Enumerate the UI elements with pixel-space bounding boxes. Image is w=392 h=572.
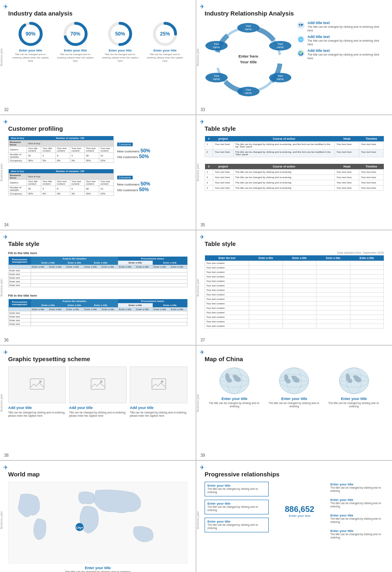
- td-howtobuy-1: How to buy: [27, 141, 114, 147]
- add-title-desc-2: The title can be changed by clicking and…: [307, 39, 384, 46]
- svg-text:Your: Your: [214, 42, 219, 45]
- th-enter-c-1: Enter a title: [83, 261, 118, 265]
- table-35-2: # project Course of action Head Timeline…: [205, 164, 384, 191]
- table-row: Your text content: [205, 320, 384, 324]
- prog-item-desc-2: The title can be changed by clicking and…: [207, 505, 266, 512]
- td-35-r1-action: The title can be changed by clicking and…: [234, 142, 335, 150]
- td-ns-3: 8: [56, 153, 70, 159]
- svg-text:name: name: [213, 78, 220, 80]
- side-label-32: Business plan: [0, 48, 3, 66]
- td-opt-6: Your text content: [99, 147, 114, 153]
- td-35-r1-timeline: Your text here: [359, 142, 384, 150]
- circles-row: 90% Enter your title Title can be change…: [8, 21, 187, 63]
- td-enter-text-2: Enter text: [9, 273, 31, 276]
- th-35b-action: Course of action: [234, 164, 335, 170]
- prog-item-title-1: Enter your title: [207, 484, 266, 487]
- circle-desc-3: Title can be changed and re-entering, pl…: [100, 53, 140, 63]
- table-row: Your text content: [205, 324, 384, 328]
- add-title-1: Add title text: [307, 21, 384, 25]
- svg-point-37: [39, 380, 42, 383]
- td-enter-text2-2: Enter text: [9, 315, 31, 319]
- svg-text:🗺: 🗺: [298, 23, 303, 28]
- stat-concern-1: Concerns: [117, 142, 187, 146]
- graphic-desc-3: Title can be changed by clicking and re-…: [130, 411, 187, 418]
- prog-item-1: Enter your title The title can be change…: [205, 482, 269, 496]
- circle-title-4: Enter your title: [154, 49, 176, 52]
- td-occ-v2: 5%: [41, 159, 56, 163]
- svg-text:Your title: Your title: [240, 60, 257, 64]
- td-occ-2: Occupancy: [9, 192, 27, 196]
- table-35-1: # project Course of action Head Timeline…: [205, 136, 384, 157]
- slide-41-title: Progressive relationships: [205, 471, 384, 478]
- side-label-39: Business plan: [196, 394, 199, 412]
- td-num-samples-1: Number of samples: [9, 153, 27, 159]
- td-37-2: Your text content: [205, 266, 249, 270]
- td-ns-5: 38: [85, 153, 99, 159]
- td-enter-text2-4: Enter text: [9, 322, 31, 326]
- map-item-desc-3: The title can be changed by clicking and…: [327, 402, 381, 409]
- slide-number-37: 37: [200, 338, 205, 342]
- slide-40: ✈ Business plan World map City+: [0, 461, 196, 572]
- slide-32-icon: ✈: [3, 3, 8, 10]
- td-37-12: Your text content: [205, 311, 249, 315]
- th-37-c: Enter a title: [316, 255, 350, 261]
- table-row: Your text content: [205, 315, 384, 320]
- svg-text:🌐: 🌐: [298, 37, 304, 42]
- slide-35-icon: ✈: [200, 118, 205, 125]
- prog-right-item-3: Enter your title The title can be change…: [330, 513, 384, 525]
- relationship-container: Enter here Your title Your name Your nam…: [205, 21, 384, 98]
- world-map-svg: City+: [9, 482, 187, 564]
- donut-label-3: 50%: [115, 31, 125, 37]
- map-item-1: Enter your title The title can be change…: [207, 366, 261, 409]
- rel-diagram: Enter here Your title Your name Your nam…: [205, 21, 292, 98]
- th-35-action: Course of action: [234, 136, 335, 142]
- slide-36: ✈ Business plan Table style Fill in the …: [0, 230, 196, 345]
- prog-right-title-1: Enter your title: [330, 483, 384, 486]
- table-row: Your text content: [205, 266, 384, 270]
- slide-33-icon: ✈: [200, 3, 205, 10]
- circle-desc-4: Title can be changed and re-entering, pl…: [145, 53, 185, 63]
- svg-text:name: name: [245, 28, 252, 31]
- table-row: Your text content: [205, 293, 384, 297]
- td-enter-text-3: Enter text: [9, 276, 31, 280]
- svg-text:Your: Your: [214, 74, 219, 77]
- td-opt-1: Your title content: [27, 147, 41, 153]
- slide-40-title: World map: [8, 471, 187, 478]
- side-label-36: Business plan: [0, 279, 3, 297]
- map-item-desc-1: The title can be changed by clicking and…: [207, 402, 261, 409]
- slide-32: ✈ Business plan Industry data analysis 9…: [0, 0, 196, 114]
- th-assess-1: Assess the situation: [31, 257, 118, 261]
- world-map-container: City+: [8, 482, 187, 563]
- donut-label-1: 90%: [26, 31, 36, 37]
- customer-stats-1: Concerns New customers 50% Old customers…: [117, 136, 187, 165]
- th-35-head: Head: [335, 136, 359, 142]
- svg-text:name: name: [213, 46, 220, 49]
- prog-right-desc-3: The title can be changed by clicking and…: [330, 517, 384, 524]
- graphic-image-3: [130, 366, 187, 403]
- side-label-33: Business plan: [196, 48, 199, 66]
- svg-text:Your: Your: [277, 74, 283, 77]
- rel-icon-2: 🌐: [296, 35, 305, 44]
- th-37-d: Enter a title: [350, 255, 383, 261]
- td-options-1: Options: [9, 147, 27, 153]
- slide-38-icon: ✈: [3, 349, 8, 355]
- td-enter-text2-1: Enter text: [9, 311, 31, 315]
- graphic-desc-2: Title can be changed by clicking and re-…: [69, 411, 127, 418]
- customer-table-wrap-1: How to buy Number of samples: 100 Resear…: [8, 136, 114, 165]
- td-research-2: Research focus: [9, 174, 27, 180]
- graphic-desc-1: Title can be changed by clicking and re-…: [8, 411, 66, 418]
- td-ea-2: Enter a title: [48, 265, 65, 269]
- td-occ-1: Occupancy: [9, 159, 27, 163]
- svg-rect-38: [91, 379, 105, 389]
- td-enter-text-5: Enter text: [9, 284, 31, 287]
- prog-right-item-2: Enter your title The title can be change…: [330, 497, 384, 509]
- prog-right-desc-4: The title can be changed by clicking and…: [330, 533, 384, 540]
- td-37-6: Your text content: [205, 284, 249, 288]
- td-35-r2-action: The title can be changed by clicking and…: [234, 150, 335, 157]
- td-35-r2-head: Your text here: [335, 150, 359, 157]
- slide-39-title: Map of China: [205, 355, 384, 362]
- td-ns-1: 35: [27, 153, 41, 159]
- td-37-3: Your text content: [205, 270, 249, 275]
- prog-right-item-4: Enter your title The title can be change…: [330, 528, 384, 541]
- donut-4: 25%: [152, 21, 178, 47]
